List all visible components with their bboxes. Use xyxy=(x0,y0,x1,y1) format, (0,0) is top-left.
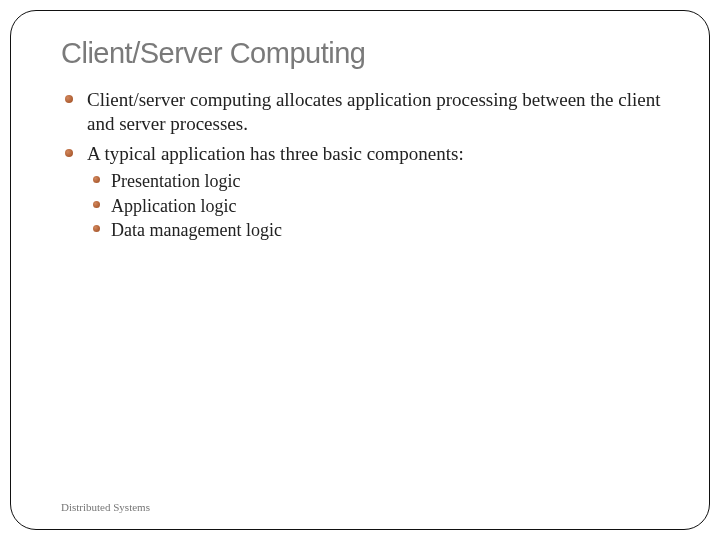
sub-list: Presentation logic Application logic Dat… xyxy=(87,169,669,242)
bullet-text: A typical application has three basic co… xyxy=(87,143,464,164)
list-item: Data management logic xyxy=(105,218,669,242)
bullet-text: Client/server computing allocates applic… xyxy=(87,89,661,134)
slide-title: Client/Server Computing xyxy=(61,37,669,70)
list-item: Client/server computing allocates applic… xyxy=(79,88,669,136)
bullet-text: Data management logic xyxy=(111,220,282,240)
bullet-list: Client/server computing allocates applic… xyxy=(61,88,669,242)
slide-frame: Client/Server Computing Client/server co… xyxy=(10,10,710,530)
slide-footer: Distributed Systems xyxy=(61,501,150,513)
bullet-text: Presentation logic xyxy=(111,171,240,191)
list-item: Application logic xyxy=(105,194,669,218)
list-item: A typical application has three basic co… xyxy=(79,142,669,243)
list-item: Presentation logic xyxy=(105,169,669,193)
bullet-text: Application logic xyxy=(111,196,236,216)
